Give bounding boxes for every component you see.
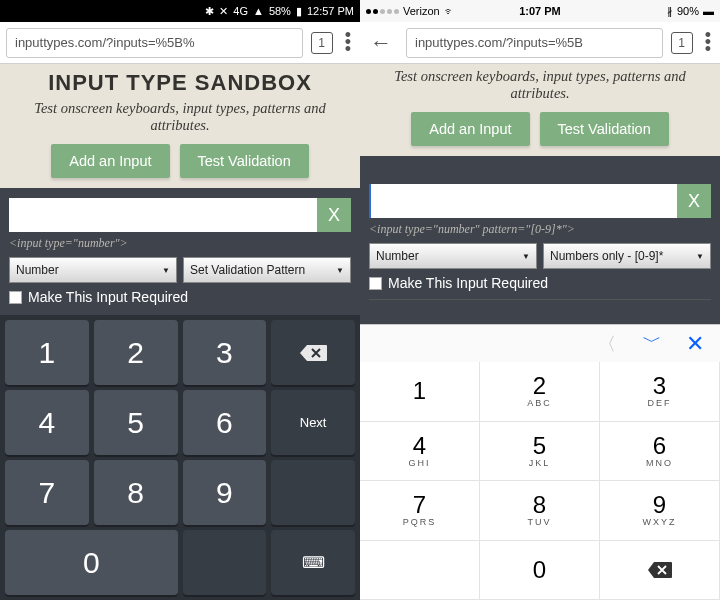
- done-button[interactable]: ✕: [686, 331, 704, 357]
- type-select[interactable]: Number▼: [369, 243, 537, 269]
- page-header: INPUT TYPE SANDBOX Test onscreen keyboar…: [0, 64, 360, 188]
- ios-device: Verizon ᯤ 1:07 PM ∦ 90% ▬ ← inputtypes.c…: [360, 0, 720, 600]
- ios-keyboard-accessory: 〈 〉 ✕: [360, 324, 720, 362]
- chevron-down-icon: ▼: [522, 252, 530, 261]
- key-9[interactable]: 9: [183, 460, 267, 525]
- key-2[interactable]: 2: [94, 320, 178, 385]
- number-input[interactable]: [9, 198, 317, 232]
- panel-spacer: [360, 306, 720, 324]
- android-browser-bar: inputtypes.com/?inputs=%5B% 1 •••: [0, 22, 360, 64]
- page-subtitle: Test onscreen keyboards, input types, pa…: [10, 100, 350, 134]
- key-3[interactable]: 3DEF: [600, 362, 720, 422]
- overflow-menu-icon[interactable]: •••: [701, 32, 714, 54]
- key-3[interactable]: 3: [183, 320, 267, 385]
- code-hint: <input type="number" pattern="[0-9]*">: [369, 222, 711, 237]
- key-blank1[interactable]: [271, 460, 355, 525]
- back-button[interactable]: ←: [364, 30, 398, 56]
- vibrate-icon: ✕: [219, 5, 228, 18]
- key-0[interactable]: 0: [480, 541, 600, 601]
- chevron-down-icon: ▼: [696, 252, 704, 261]
- divider: [369, 299, 711, 300]
- battery-text: 58%: [269, 5, 291, 17]
- next-field-button[interactable]: 〉: [639, 335, 663, 353]
- required-checkbox[interactable]: [369, 277, 382, 290]
- key-1[interactable]: 1: [360, 362, 480, 422]
- key-9[interactable]: 9WXYZ: [600, 481, 720, 541]
- battery-text: 90%: [677, 5, 699, 17]
- chevron-down-icon: ▼: [336, 266, 344, 275]
- key-1[interactable]: 1: [5, 320, 89, 385]
- key-8[interactable]: 8: [94, 460, 178, 525]
- add-input-button[interactable]: Add an Input: [51, 144, 169, 178]
- signal-dots-icon: [366, 9, 399, 14]
- pattern-select[interactable]: Numbers only - [0-9]*▼: [543, 243, 711, 269]
- network-icon: 4G: [233, 5, 248, 17]
- key-2[interactable]: 2ABC: [480, 362, 600, 422]
- required-checkbox[interactable]: [9, 291, 22, 304]
- key-5[interactable]: 5JKL: [480, 422, 600, 482]
- code-hint: <input type="number">: [9, 236, 351, 251]
- key-blank2[interactable]: [183, 530, 267, 595]
- page-header: Test onscreen keyboards, input types, pa…: [360, 64, 720, 156]
- overflow-menu-icon[interactable]: •••: [341, 32, 354, 54]
- bluetooth-icon: ∦: [667, 5, 673, 18]
- key-5[interactable]: 5: [94, 390, 178, 455]
- signal-icon: ▲: [253, 5, 264, 17]
- page-subtitle: Test onscreen keyboards, input types, pa…: [370, 68, 710, 102]
- ios-browser-bar: ← inputtypes.com/?inputs=%5B 1 •••: [360, 22, 720, 64]
- pattern-select[interactable]: Set Validation Pattern▼: [183, 257, 351, 283]
- android-status-bar: ✱ ✕ 4G ▲ 58% ▮ 12:57 PM: [0, 0, 360, 22]
- number-input[interactable]: [369, 184, 677, 218]
- required-label: Make This Input Required: [388, 275, 548, 291]
- wifi-icon: ᯤ: [444, 5, 455, 17]
- backspace-icon: [647, 561, 673, 579]
- clock: 12:57 PM: [307, 5, 354, 17]
- tab-switcher[interactable]: 1: [311, 32, 333, 54]
- ios-keyboard: 1 2ABC 3DEF 4GHI 5JKL 6MNO 7PQRS 8TUV 9W…: [360, 362, 720, 600]
- key-4[interactable]: 4: [5, 390, 89, 455]
- input-panel: X <input type="number"> Number▼ Set Vali…: [0, 188, 360, 315]
- key-7[interactable]: 7PQRS: [360, 481, 480, 541]
- clear-input-button[interactable]: X: [317, 198, 351, 232]
- key-6[interactable]: 6: [183, 390, 267, 455]
- bluetooth-icon: ✱: [205, 5, 214, 18]
- key-8[interactable]: 8TUV: [480, 481, 600, 541]
- backspace-icon: [298, 343, 328, 363]
- key-6[interactable]: 6MNO: [600, 422, 720, 482]
- battery-icon: ▬: [703, 5, 714, 17]
- carrier: Verizon: [403, 5, 440, 17]
- key-7[interactable]: 7: [5, 460, 89, 525]
- clear-input-button[interactable]: X: [677, 184, 711, 218]
- add-input-button[interactable]: Add an Input: [411, 112, 529, 146]
- required-label: Make This Input Required: [28, 289, 188, 305]
- type-select[interactable]: Number▼: [9, 257, 177, 283]
- key-backspace[interactable]: [271, 320, 355, 385]
- url-input[interactable]: inputtypes.com/?inputs=%5B: [406, 28, 663, 58]
- android-device: ✱ ✕ 4G ▲ 58% ▮ 12:57 PM inputtypes.com/?…: [0, 0, 360, 600]
- input-panel: X <input type="number" pattern="[0-9]*">…: [360, 156, 720, 306]
- key-blank: [360, 541, 480, 601]
- url-input[interactable]: inputtypes.com/?inputs=%5B%: [6, 28, 303, 58]
- key-0[interactable]: 0: [5, 530, 178, 595]
- test-validation-button[interactable]: Test Validation: [180, 144, 309, 178]
- clock: 1:07 PM: [519, 5, 561, 17]
- key-next[interactable]: Next: [271, 390, 355, 455]
- ios-status-bar: Verizon ᯤ 1:07 PM ∦ 90% ▬: [360, 0, 720, 22]
- tab-switcher[interactable]: 1: [671, 32, 693, 54]
- keyboard-icon: ⌨: [302, 553, 325, 572]
- page-title: INPUT TYPE SANDBOX: [10, 70, 350, 96]
- key-backspace[interactable]: [600, 541, 720, 601]
- key-4[interactable]: 4GHI: [360, 422, 480, 482]
- battery-icon: ▮: [296, 5, 302, 18]
- android-keyboard: 1 2 3 4 5 6 Next 7 8 9 0 ⌨: [0, 315, 360, 600]
- test-validation-button[interactable]: Test Validation: [540, 112, 669, 146]
- key-hide-keyboard[interactable]: ⌨: [271, 530, 355, 595]
- chevron-down-icon: ▼: [162, 266, 170, 275]
- prev-field-button[interactable]: 〈: [598, 332, 616, 356]
